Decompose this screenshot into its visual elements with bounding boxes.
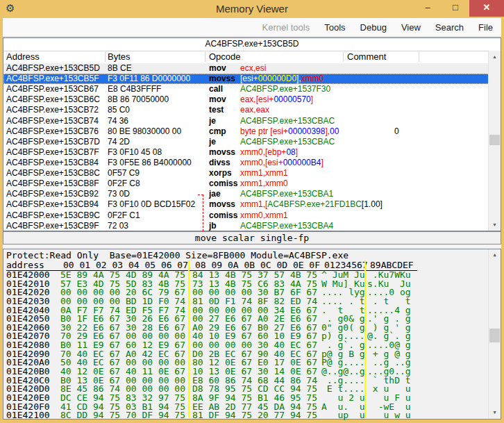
title-bar: ⚙ Memory Viewer – □ ✕ xyxy=(0,0,504,18)
disasm-row[interactable]: AC4BFSP.exe+153CB8F0F2F C8comissxmm1,xmm… xyxy=(3,179,489,189)
operand-segment: AC4BFSP.exe+153CBAC xyxy=(240,116,335,126)
operand-segment: xmm1,xmm0 xyxy=(240,179,288,188)
disasm-cell: F3 0F10 45 08 xyxy=(108,147,162,158)
operand-segment: 000000B4 xyxy=(283,158,321,167)
disasm-cell: jb xyxy=(209,221,217,231)
disasm-cell: AC4BFSP.exe+153CBAC xyxy=(240,137,335,147)
disasm-row[interactable]: AC4BFSP.exe+153CB67E8 C4B3FFFFcallAC4BFS… xyxy=(3,84,489,94)
column-separator[interactable] xyxy=(105,52,106,62)
disasm-row[interactable]: AC4BFSP.exe+153CB9273 0DjaeAC4BFSP.exe+1… xyxy=(3,189,489,199)
operand-segment: byte ptr [esi+ xyxy=(240,126,288,136)
disasm-cell: 74 2D xyxy=(108,137,130,147)
disasm-cell: AC4BFSP.exe+153CB67 xyxy=(6,84,99,94)
status-bar: move scalar single-fp xyxy=(3,231,501,244)
operand-segment: xmm0 xyxy=(301,74,324,83)
menu-kernel-tools[interactable]: Kernel tools xyxy=(262,22,310,33)
disassembler-panel: AC4BFSP.exe+153CB5D Address Bytes Opcode… xyxy=(3,38,501,231)
hex-bytes-labels-low: 00 01 02 03 04 05 06 07 xyxy=(63,260,188,269)
menu-search[interactable]: Search xyxy=(435,22,464,33)
menu-file[interactable]: File xyxy=(478,22,493,33)
operand-segment: 00000570 xyxy=(274,94,310,104)
operand-segment: 00 xyxy=(330,126,339,136)
disasm-scrollbar[interactable]: ▲ ▼ xyxy=(488,51,501,231)
disasm-cell: AC4BFSP.exe+153CB7F xyxy=(6,147,99,158)
hex-row[interactable]: 01E421008C DD 94 75 70 DF 94 7581 DF 94 … xyxy=(3,411,489,420)
disasm-row[interactable]: AC4BFSP.exe+153CB7474 36jeAC4BFSP.exe+15… xyxy=(3,116,489,126)
disasm-cell: E8 C4B3FFFF xyxy=(108,84,161,94)
minimize-button[interactable]: – xyxy=(414,0,442,17)
scroll-down-icon[interactable]: ▼ xyxy=(489,219,501,231)
disasm-cell: 0 xyxy=(394,126,399,137)
disasm-row[interactable]: AC4BFSP.exe+153CB7D74 2DjeAC4BFSP.exe+15… xyxy=(3,137,489,147)
disasm-cell: 80 BE 98030000 00 xyxy=(108,126,181,137)
disasm-cell: F3 0F10 0D BCD15F02 xyxy=(108,199,195,210)
operand-segment: 08 xyxy=(286,147,295,157)
operand-segment: 000000D0 xyxy=(258,74,296,83)
disasm-cell: test xyxy=(209,105,224,115)
disasm-cell: xmm0,[ebp+08] xyxy=(240,147,298,158)
disasm-row[interactable]: AC4BFSP.exe+153CB94F3 0F10 0D BCD15F02mo… xyxy=(3,199,489,210)
disasm-cell: AC4BFSP.exe+153CB9C xyxy=(6,210,100,221)
column-opcode[interactable]: Opcode xyxy=(209,51,241,63)
memory-region-info: Protect:Read Only Base=01E42000 Size=8FB… xyxy=(6,250,348,260)
column-comment[interactable]: Comment xyxy=(347,51,386,63)
disasm-cell: AC4BFSP.exe+153CB7D xyxy=(6,137,100,147)
disasm-row[interactable]: AC4BFSP.exe+153CB9F72 03jbAC4BFSP.exe+15… xyxy=(3,221,489,231)
disasm-cell: xmm1,xmm0 xyxy=(240,179,288,189)
hex-group-divider xyxy=(188,260,190,417)
disasm-cell: xmm0,xmm1 xyxy=(240,210,288,221)
current-address-header[interactable]: AC4BFSP.exe+153CB5D xyxy=(3,38,501,51)
hex-bytes-labels-high: 08 09 0A 0B 0C 0D 0E 0F xyxy=(195,260,320,269)
disasm-cell: eax,[esi+00000570] xyxy=(240,94,313,105)
scrollbar-thumb[interactable] xyxy=(489,135,500,145)
menu-view[interactable]: View xyxy=(401,22,421,33)
disasm-row[interactable]: AC4BFSP.exe+153CB8C0F57 C9xorpsxmm1,xmm1 xyxy=(3,168,489,179)
jump-arrow-line xyxy=(203,194,203,231)
column-address[interactable]: Address xyxy=(6,51,40,63)
scroll-up-icon[interactable]: ▲ xyxy=(489,51,501,63)
disasm-rows: AC4BFSP.exe+153CB5D8B CEmovecx,esiAC4BFS… xyxy=(3,63,489,231)
column-separator[interactable] xyxy=(205,52,205,62)
scroll-up-icon[interactable]: ▲ xyxy=(489,249,501,261)
operand-segment: AC4BFSP.exe+1537F30 xyxy=(240,84,330,94)
hex-scrollbar[interactable]: ▲ ▼ xyxy=(488,249,501,419)
disasm-row[interactable]: AC4BFSP.exe+153CB7680 BE 98030000 00cmpb… xyxy=(3,126,489,137)
disasm-cell: 8B 86 70050000 xyxy=(108,94,169,105)
operand-segment: AC4BFSP.exe+21FD1BC xyxy=(267,199,362,209)
disasm-cell: AC4BFSP.exe+153CBA4 xyxy=(240,221,333,231)
maximize-button[interactable]: □ xyxy=(442,0,469,17)
disasm-cell: 0F2F C8 xyxy=(108,179,140,189)
scroll-down-icon[interactable]: ▼ xyxy=(489,407,501,419)
disasm-cell: [esi+000000D0],xmm0 xyxy=(240,74,324,84)
operand-segment: AC4BFSP.exe+153CBA4 xyxy=(240,221,333,231)
disasm-cell: 0F2F C1 xyxy=(108,210,140,221)
ascii-low: up u xyxy=(321,411,365,420)
menu-debug[interactable]: Debug xyxy=(360,22,387,33)
menu-bar: Kernel tools Tools Debug View Search Fil… xyxy=(3,18,501,37)
disasm-row[interactable]: AC4BFSP.exe+153CB6C8B 86 70050000moveax,… xyxy=(3,94,489,105)
operand-segment: 00000398 xyxy=(288,126,325,136)
disasm-cell: comiss xyxy=(209,210,237,221)
disasm-cell: mov xyxy=(209,63,226,74)
close-button[interactable]: ✕ xyxy=(469,0,504,17)
disasm-row[interactable]: AC4BFSP.exe+153CB84F3 0F5E 86 B4000000di… xyxy=(3,158,489,168)
disasm-cell: divss xyxy=(209,158,230,168)
disasm-row[interactable]: AC4BFSP.exe+153CB7285 C0testeax,eax xyxy=(3,105,489,115)
menu-tools[interactable]: Tools xyxy=(324,22,345,33)
disasm-row[interactable]: AC4BFSP.exe+153CB9C0F2F C1comissxmm0,xmm… xyxy=(3,210,489,221)
disasm-row[interactable]: AC4BFSP.exe+153CB5FF3 0F11 86 D0000000mo… xyxy=(3,74,489,84)
operand-segment: AC4BFSP.exe+153CBAC xyxy=(240,137,335,147)
disasm-cell: AC4BFSP.exe+153CB8F xyxy=(6,179,99,189)
operand-segment: eax,[esi+ xyxy=(240,94,274,104)
disasm-row[interactable]: AC4BFSP.exe+153CB7FF3 0F10 45 08movssxmm… xyxy=(3,147,489,158)
operand-segment: [1.00] xyxy=(362,199,383,209)
column-bytes[interactable]: Bytes xyxy=(108,51,131,63)
hex-bytes-low: 8C DD 94 75 70 DF 94 75 xyxy=(60,411,185,420)
disasm-cell: je xyxy=(209,137,216,147)
column-separator[interactable] xyxy=(419,52,419,62)
column-separator[interactable] xyxy=(343,52,344,62)
disasm-row[interactable]: AC4BFSP.exe+153CB5D8B CEmovecx,esi xyxy=(3,63,489,74)
scrollbar-thumb[interactable] xyxy=(489,329,500,342)
operand-segment: xmm1,xmm1 xyxy=(240,168,288,178)
disasm-cell: AC4BFSP.exe+153CB94 xyxy=(6,199,99,210)
